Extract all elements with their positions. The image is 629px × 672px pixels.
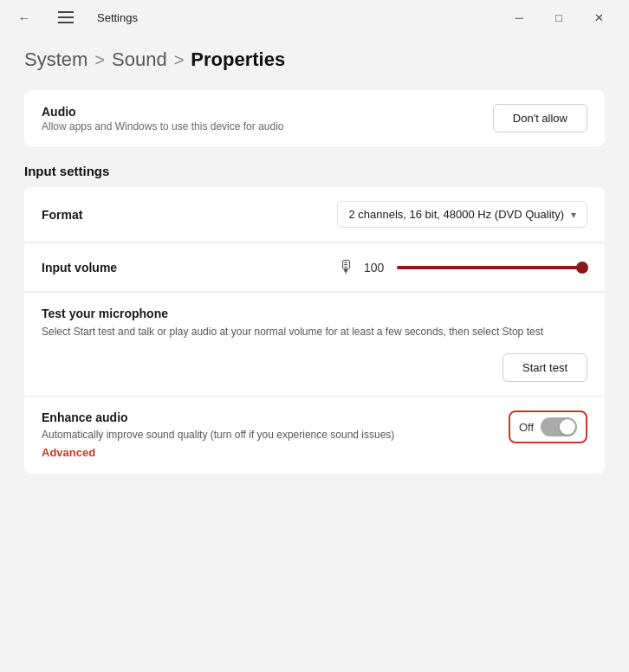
breadcrumb-sep1: > bbox=[94, 50, 105, 70]
breadcrumb: System > Sound > Properties bbox=[24, 48, 605, 71]
chevron-down-icon: ▾ bbox=[571, 209, 576, 221]
volume-row: Input volume 🎙 100 bbox=[24, 243, 605, 292]
volume-label: Input volume bbox=[42, 261, 117, 275]
start-test-button[interactable]: Start test bbox=[503, 353, 587, 382]
toggle-knob bbox=[560, 419, 575, 435]
input-settings-card: Format 2 channels, 16 bit, 48000 Hz (DVD… bbox=[24, 187, 605, 474]
toggle-label: Off bbox=[519, 421, 534, 434]
minimize-button[interactable]: ─ bbox=[499, 3, 539, 31]
format-label: Format bbox=[42, 208, 82, 222]
titlebar: ← Settings ─ □ ✕ bbox=[0, 0, 629, 35]
audio-desc: Allow apps and Windows to use this devic… bbox=[42, 120, 284, 132]
breadcrumb-properties: Properties bbox=[191, 48, 285, 71]
enhance-audio-section: Enhance audio Automatically improve soun… bbox=[24, 397, 605, 474]
window-controls: ─ □ ✕ bbox=[499, 3, 619, 31]
format-value: 2 channels, 16 bit, 48000 Hz (DVD Qualit… bbox=[348, 208, 564, 221]
test-desc: Select Start test and talk or play audio… bbox=[42, 324, 587, 339]
maximize-button[interactable]: □ bbox=[539, 3, 579, 31]
main-content: System > Sound > Properties Audio Allow … bbox=[0, 35, 629, 672]
breadcrumb-sep2: > bbox=[174, 50, 185, 70]
enhance-desc: Automatically improve sound quality (tur… bbox=[42, 427, 394, 443]
audio-info: Audio Allow apps and Windows to use this… bbox=[42, 105, 284, 132]
microphone-icon: 🎙 bbox=[338, 257, 355, 277]
enhance-toggle-area: Off bbox=[509, 410, 587, 443]
breadcrumb-sound[interactable]: Sound bbox=[112, 48, 167, 71]
test-microphone-section: Test your microphone Select Start test a… bbox=[24, 293, 605, 396]
input-settings-title: Input settings bbox=[24, 164, 605, 178]
volume-number: 100 bbox=[364, 261, 388, 275]
hamburger-menu[interactable] bbox=[52, 3, 80, 31]
format-select[interactable]: 2 channels, 16 bit, 48000 Hz (DVD Qualit… bbox=[337, 201, 587, 228]
test-title: Test your microphone bbox=[42, 307, 587, 320]
window-title: Settings bbox=[97, 11, 138, 24]
close-button[interactable]: ✕ bbox=[579, 3, 619, 31]
back-icon: ← bbox=[18, 10, 31, 25]
enhance-toggle[interactable] bbox=[541, 417, 577, 436]
format-row: Format 2 channels, 16 bit, 48000 Hz (DVD… bbox=[24, 187, 605, 242]
test-button-row: Start test bbox=[42, 353, 587, 382]
back-button[interactable]: ← bbox=[10, 3, 38, 31]
audio-label: Audio bbox=[42, 105, 284, 119]
volume-slider[interactable] bbox=[397, 266, 587, 269]
audio-card: Audio Allow apps and Windows to use this… bbox=[24, 90, 605, 146]
breadcrumb-system[interactable]: System bbox=[24, 48, 88, 71]
enhance-info: Enhance audio Automatically improve soun… bbox=[42, 410, 394, 460]
slider-fill bbox=[397, 266, 587, 269]
enhance-title: Enhance audio bbox=[42, 410, 394, 424]
advanced-link[interactable]: Advanced bbox=[42, 446, 95, 459]
audio-row: Audio Allow apps and Windows to use this… bbox=[24, 90, 605, 146]
dont-allow-button[interactable]: Don't allow bbox=[493, 104, 587, 132]
slider-thumb[interactable] bbox=[576, 262, 588, 274]
volume-controls: 🎙 100 bbox=[338, 257, 587, 277]
